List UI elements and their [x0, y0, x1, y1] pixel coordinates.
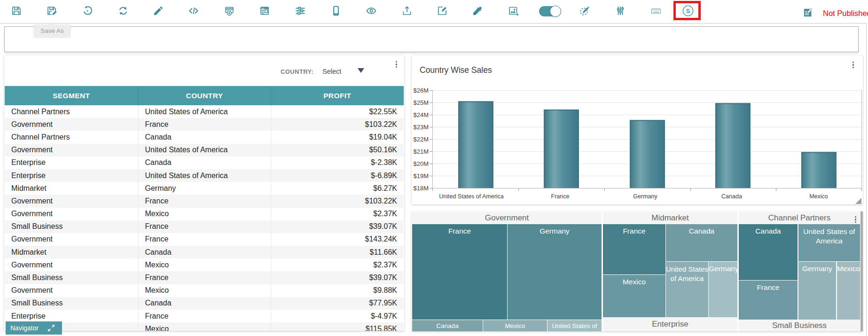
svg-text:Canada: Canada — [721, 193, 742, 200]
svg-text:$21M: $21M — [413, 148, 429, 155]
svg-text:$24M: $24M — [413, 111, 429, 118]
svg-text:$26M: $26M — [413, 87, 429, 94]
svg-text:$23M: $23M — [413, 124, 429, 131]
svg-text:United States of America: United States of America — [439, 193, 504, 200]
svg-text:Germany: Germany — [633, 193, 657, 200]
svg-text:$20M: $20M — [413, 160, 429, 167]
svg-text:$22M: $22M — [413, 136, 429, 143]
svg-text:S: S — [686, 8, 690, 15]
svg-text:Mexico: Mexico — [809, 193, 828, 200]
svg-text:France: France — [551, 193, 570, 200]
svg-text:$19M: $19M — [413, 172, 429, 180]
svg-text:$25M: $25M — [413, 99, 429, 106]
svg-text:$18M: $18M — [413, 185, 429, 192]
